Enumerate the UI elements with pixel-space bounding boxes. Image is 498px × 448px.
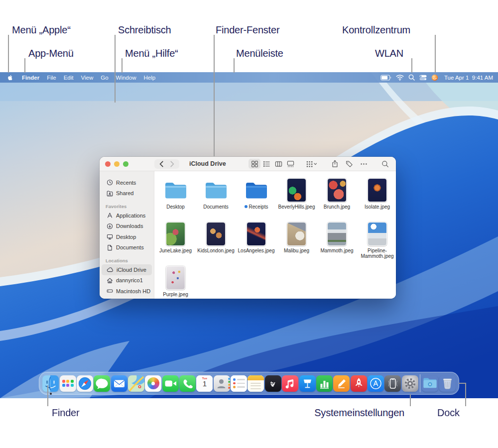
- hdd-icon: [107, 288, 113, 294]
- search-button[interactable]: [379, 159, 391, 169]
- icon-view-button[interactable]: [249, 159, 260, 169]
- dock-item-phone[interactable]: [179, 375, 196, 392]
- sidebar-item-applications[interactable]: Applications: [102, 210, 152, 221]
- file-label: Malibu.jpeg: [284, 248, 309, 253]
- dock-item-games[interactable]: [351, 375, 367, 392]
- sidebar-item-recents[interactable]: Recents: [102, 177, 152, 188]
- group-by-button[interactable]: [303, 159, 319, 169]
- app-menus: FinderFileEditViewGoWindowHelp: [22, 75, 155, 81]
- sidebar-item-test[interactable]: Test: [102, 297, 152, 299]
- apple-menu[interactable]: [7, 74, 13, 81]
- annotation-desktop: Schreibtisch: [118, 24, 171, 36]
- sidebar-item-icloud-drive[interactable]: iCloud Drive: [102, 264, 152, 275]
- finder-titlebar[interactable]: iCloud Drive: [100, 157, 396, 171]
- file-mammoth-jpeg[interactable]: Mammoth.jpeg: [317, 222, 357, 266]
- back-button[interactable]: [159, 161, 164, 167]
- dock-item-finder[interactable]: [42, 375, 59, 392]
- menu-edit[interactable]: Edit: [64, 75, 74, 81]
- sidebar-item-documents[interactable]: Documents: [102, 242, 152, 253]
- file-documents[interactable]: Documents: [196, 178, 236, 222]
- annotation-control-center: Kontrollzentrum: [342, 24, 410, 36]
- close-button[interactable]: [105, 161, 111, 167]
- finder-window: iCloud Drive RecentsSharedFavoritesAppli…: [100, 157, 396, 299]
- dock-item-music[interactable]: [282, 375, 298, 392]
- forward-button[interactable]: [170, 161, 175, 167]
- tags-button[interactable]: [343, 159, 355, 169]
- dock-item-safari[interactable]: [77, 375, 93, 392]
- file-desktop[interactable]: Desktop: [156, 178, 196, 222]
- dock-item-iphone-mirroring[interactable]: [384, 375, 401, 392]
- file-purple-jpeg[interactable]: Purple.jpeg: [156, 266, 196, 299]
- menu-view[interactable]: View: [81, 75, 94, 81]
- keynote-icon: [299, 375, 316, 392]
- wifi-icon[interactable]: [396, 74, 404, 81]
- calendar-day: 1: [203, 380, 207, 388]
- dock-item-tv[interactable]: tv: [265, 375, 281, 392]
- battery-icon[interactable]: [380, 75, 391, 81]
- file-pipeline-mammoth-jpeg[interactable]: Pipeline-Mammoth.jpeg: [358, 222, 396, 266]
- dock-item-calendar[interactable]: Tue1: [196, 375, 213, 392]
- menu-help[interactable]: Help: [143, 75, 155, 81]
- control-center-icon[interactable]: [419, 75, 427, 81]
- file-junelake-jpeg[interactable]: JuneLake.jpeg: [156, 222, 196, 266]
- menu-bar-left: FinderFileEditViewGoWindowHelp: [0, 74, 155, 81]
- more-button[interactable]: [358, 159, 370, 169]
- file-label: Documents: [203, 204, 229, 210]
- file-kidslondon-jpeg[interactable]: KidsLondon.jpeg: [196, 222, 236, 266]
- file-label: Receipts: [245, 204, 268, 210]
- finder-file-grid: DesktopDocumentsReceiptsBeverlyHills.jpe…: [154, 171, 396, 299]
- file-losangeles-jpeg[interactable]: LosAngeles.jpeg: [237, 222, 276, 266]
- file-receipts[interactable]: Receipts: [237, 178, 276, 222]
- column-view-button[interactable]: [272, 159, 284, 169]
- dock-item-folder[interactable]: [422, 375, 438, 392]
- file-label: LosAngeles.jpeg: [238, 248, 275, 253]
- dock-item-pages[interactable]: [333, 375, 350, 392]
- gallery-view-button[interactable]: [284, 159, 296, 169]
- apple-logo-icon: [7, 74, 13, 81]
- dock-item-mail[interactable]: [111, 375, 127, 392]
- sidebar-item-macintosh-hd[interactable]: Macintosh HD: [102, 286, 152, 297]
- sidebar-item-desktop[interactable]: Desktop: [102, 231, 152, 242]
- dock-item-notes[interactable]: [248, 375, 264, 392]
- dock-item-contacts[interactable]: [214, 375, 230, 392]
- messages-icon: [94, 375, 110, 392]
- icloud-status-dot: [245, 205, 248, 208]
- annotation-finder-window: Finder-Fenster: [216, 24, 279, 36]
- dock-item-system-settings[interactable]: [402, 375, 418, 392]
- menu-go[interactable]: Go: [101, 75, 108, 81]
- dock-item-trash[interactable]: [439, 375, 456, 392]
- dock-item-messages[interactable]: [94, 375, 110, 392]
- file-malibu-jpeg[interactable]: Malibu.jpeg: [277, 222, 317, 266]
- dock-item-keynote[interactable]: [299, 375, 316, 392]
- image-thumbnail: [166, 222, 185, 246]
- callout-line-dock-horizontal: [459, 383, 466, 384]
- phone-icon: [179, 375, 196, 392]
- menu-window[interactable]: Window: [116, 75, 136, 81]
- contacts-icon: [214, 375, 230, 392]
- dock-item-maps[interactable]: [128, 375, 144, 392]
- dock-item-launchpad[interactable]: [60, 375, 76, 392]
- dock-item-photos[interactable]: [145, 375, 161, 392]
- menu-finder[interactable]: Finder: [22, 75, 39, 81]
- list-view-button[interactable]: [260, 159, 272, 169]
- sidebar-item-shared[interactable]: Shared: [102, 188, 152, 199]
- dock-item-reminders[interactable]: [231, 375, 247, 392]
- dock-item-numbers[interactable]: [316, 375, 333, 392]
- file-beverlyhills-jpeg[interactable]: BeverlyHills.jpeg: [277, 178, 317, 222]
- minimize-button[interactable]: [114, 161, 120, 167]
- sidebar-item-downloads[interactable]: Downloads: [102, 221, 152, 232]
- dock-item-facetime[interactable]: [162, 375, 179, 392]
- spotlight-icon[interactable]: [408, 74, 415, 81]
- sidebar-item-dannyrico1[interactable]: dannyrico1: [102, 275, 152, 286]
- desktop[interactable]: FinderFileEditViewGoWindowHelp Tue Apr 1…: [0, 72, 498, 398]
- zoom-button[interactable]: [123, 161, 128, 167]
- menu-file[interactable]: File: [47, 75, 56, 81]
- siri-icon[interactable]: [431, 74, 438, 81]
- annotation-wifi: WLAN: [375, 48, 403, 59]
- file-isolate-jpeg[interactable]: Isolate.jpeg: [358, 178, 396, 222]
- file-brunch-jpeg[interactable]: Brunch.jpeg: [317, 178, 357, 222]
- safari-icon: [77, 375, 93, 392]
- share-button[interactable]: [329, 159, 341, 169]
- menu-bar-clock[interactable]: Tue Apr 1 9:41 AM: [444, 75, 493, 81]
- dock-item-app-store[interactable]: [368, 375, 384, 392]
